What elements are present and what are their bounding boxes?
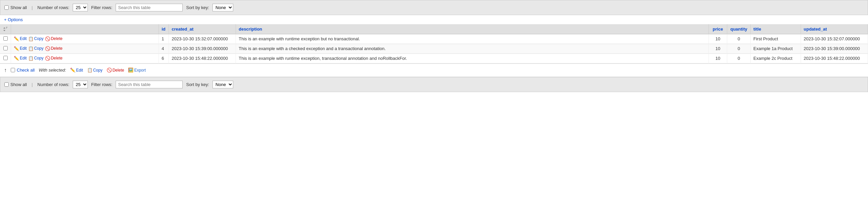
row-actions: ✏️ Edit 📋 Copy 🚫 Delete: [14, 36, 156, 41]
show-all-bottom-label[interactable]: Show all: [4, 82, 27, 87]
row-actions-cell: ✏️ Edit 📋 Copy 🚫 Delete: [11, 44, 159, 53]
bulk-edit-button[interactable]: ✏️ Edit: [70, 68, 83, 73]
bulk-copy-icon: 📋: [87, 68, 93, 73]
check-all-label[interactable]: Check all: [11, 68, 34, 73]
bulk-copy-label: Copy: [93, 68, 102, 73]
header-description-text: description: [239, 27, 262, 32]
sort-by-label: Sort by key:: [186, 5, 209, 10]
row-actions: ✏️ Edit 📋 Copy 🚫 Delete: [14, 46, 156, 51]
row-description: This is an example with runtime exceptio…: [236, 53, 709, 63]
bulk-delete-label: Delete: [113, 68, 124, 73]
show-all-checkbox[interactable]: [4, 5, 9, 10]
row-quantity: 0: [727, 44, 751, 53]
show-all-label[interactable]: Show all: [4, 5, 27, 10]
row-created-at: 2023-10-30 15:32:07.000000: [169, 34, 236, 44]
rows-select[interactable]: 25: [73, 4, 88, 11]
rows-bottom-select[interactable]: 25: [73, 81, 88, 88]
row-checkbox-cell: [0, 44, 11, 53]
header-id[interactable]: id: [159, 24, 169, 34]
sort-by-bottom-label: Sort by key:: [186, 82, 209, 87]
filter-rows-label: Filter rows:: [91, 5, 113, 10]
sort-select-bottom[interactable]: None: [213, 81, 233, 88]
delete-label: Delete: [51, 46, 63, 51]
edit-icon: ✏️: [14, 46, 19, 51]
row-quantity: 0: [727, 34, 751, 44]
bulk-delete-icon: 🚫: [106, 68, 112, 73]
sort-arrows-icon: [3, 26, 8, 31]
header-price[interactable]: price: [709, 24, 727, 34]
header-created-at[interactable]: created_at: [169, 24, 236, 34]
header-id-text: id: [161, 27, 165, 32]
search-input-top[interactable]: [116, 4, 183, 11]
header-quantity[interactable]: quantity: [727, 24, 751, 34]
copy-button[interactable]: 📋 Copy: [28, 36, 43, 41]
row-updated-at: 2023-10-30 15:32:07.000000: [801, 34, 868, 44]
copy-icon: 📋: [28, 36, 33, 41]
with-selected-text: With selected:: [38, 68, 66, 73]
bulk-copy-button[interactable]: 📋 Copy: [87, 68, 102, 73]
row-checkbox-cell: [0, 34, 11, 44]
copy-label: Copy: [34, 36, 43, 41]
table-row: ✏️ Edit 📋 Copy 🚫 Delete 12023-10-30 15:3…: [0, 34, 868, 44]
row-id: 6: [159, 53, 169, 63]
row-updated-at: 2023-10-30 15:39:00.000000: [801, 44, 868, 53]
row-id: 4: [159, 44, 169, 53]
copy-button[interactable]: 📋 Copy: [28, 46, 43, 51]
row-actions-cell: ✏️ Edit 📋 Copy 🚫 Delete: [11, 53, 159, 63]
row-checkbox[interactable]: [3, 46, 8, 50]
header-checkbox: [0, 24, 11, 34]
edit-button[interactable]: ✏️ Edit: [14, 56, 27, 61]
row-created-at: 2023-10-30 15:39:00.000000: [169, 44, 236, 53]
edit-icon: ✏️: [14, 56, 19, 61]
header-updated-at[interactable]: updated_at: [801, 24, 868, 34]
delete-icon: 🚫: [45, 56, 50, 61]
row-price: 10: [709, 44, 727, 53]
table-header-row: id created_at description price quantity…: [0, 24, 868, 34]
header-actions: [11, 24, 159, 34]
row-description: This is an example with a checked except…: [236, 44, 709, 53]
row-price: 10: [709, 53, 727, 63]
row-checkbox[interactable]: [3, 56, 8, 60]
copy-button[interactable]: 📋 Copy: [28, 56, 43, 61]
edit-button[interactable]: ✏️ Edit: [14, 36, 27, 41]
edit-label: Edit: [20, 46, 27, 51]
row-id: 1: [159, 34, 169, 44]
scroll-top-icon[interactable]: ↑: [4, 67, 7, 73]
header-title[interactable]: title: [751, 24, 801, 34]
row-actions: ✏️ Edit 📋 Copy 🚫 Delete: [14, 56, 156, 61]
delete-button[interactable]: 🚫 Delete: [45, 56, 63, 61]
data-table: id created_at description price quantity…: [0, 24, 868, 63]
sort-select-top[interactable]: None: [213, 4, 233, 11]
copy-icon: 📋: [28, 56, 33, 61]
header-price-text: price: [713, 27, 723, 32]
table-body: ✏️ Edit 📋 Copy 🚫 Delete 12023-10-30 15:3…: [0, 34, 868, 63]
header-description[interactable]: description: [236, 24, 709, 34]
row-title: Example 2c Product: [751, 53, 801, 63]
table-row: ✏️ Edit 📋 Copy 🚫 Delete 62023-10-30 15:4…: [0, 53, 868, 63]
row-checkbox[interactable]: [3, 36, 8, 41]
bottom-toolbar: Show all | Number of rows: 25 Filter row…: [0, 77, 868, 92]
number-of-rows-label: Number of rows:: [37, 5, 69, 10]
delete-button[interactable]: 🚫 Delete: [45, 46, 63, 51]
header-updated-at-text: updated_at: [804, 27, 827, 32]
bulk-delete-button[interactable]: 🚫 Delete: [106, 68, 124, 73]
bulk-export-label: Export: [134, 68, 146, 73]
bottom-actions-bar: ↑ Check all With selected: ✏️ Edit 📋 Cop…: [0, 63, 868, 77]
delete-label: Delete: [51, 56, 63, 60]
check-all-checkbox[interactable]: [11, 68, 15, 72]
options-bar[interactable]: + Options: [0, 15, 868, 24]
delete-button[interactable]: 🚫 Delete: [45, 36, 63, 41]
row-title: Example 1a Product: [751, 44, 801, 53]
row-updated-at: 2023-10-30 15:48:22.000000: [801, 53, 868, 63]
row-created-at: 2023-10-30 15:48:22.000000: [169, 53, 236, 63]
separator-2: |: [31, 82, 32, 87]
search-input-bottom[interactable]: [116, 81, 183, 88]
show-all-bottom-checkbox[interactable]: [4, 82, 9, 87]
filter-rows-bottom-label: Filter rows:: [91, 82, 113, 87]
edit-button[interactable]: ✏️ Edit: [14, 46, 27, 51]
delete-icon: 🚫: [45, 36, 50, 41]
table-container: id created_at description price quantity…: [0, 24, 868, 63]
bulk-export-button[interactable]: 🖼️ Export: [128, 68, 146, 73]
row-description: This is an example with runtime exceptio…: [236, 34, 709, 44]
options-label: + Options: [4, 17, 23, 22]
